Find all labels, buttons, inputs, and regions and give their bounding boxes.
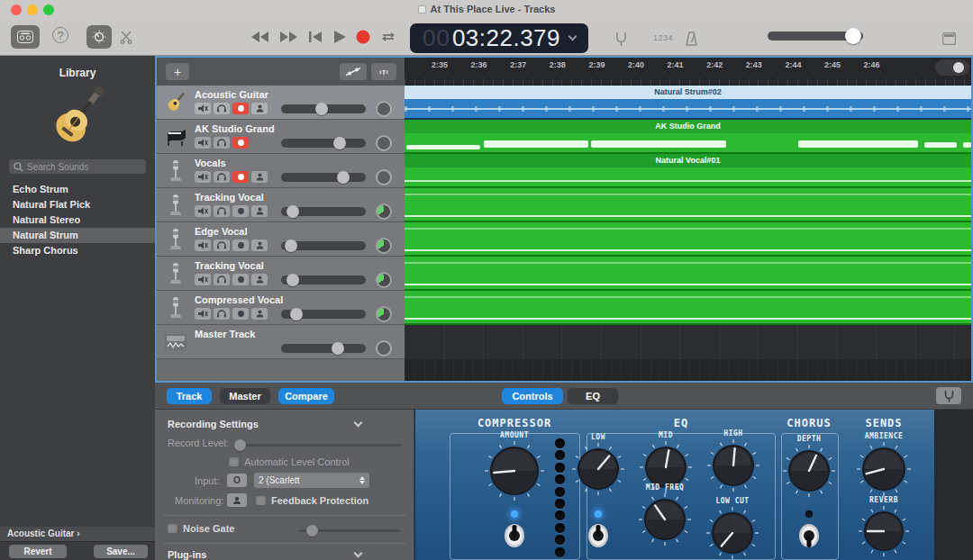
revert-button[interactable]: Revert [9,545,67,558]
headphones-icon-button[interactable] [214,137,230,149]
save-button[interactable]: Save... [94,545,148,558]
library-item-natural-flat-pick[interactable]: Natural Flat Pick [0,197,155,212]
library-toggle-button[interactable] [11,25,40,49]
timeline-zoom-slider[interactable] [935,59,969,76]
track-volume-thumb[interactable] [285,239,297,252]
tab-compare[interactable]: Compare [278,388,334,404]
master-volume-slider[interactable] [768,32,863,41]
tab-master[interactable]: Master [220,388,270,404]
track-volume-thumb[interactable] [332,342,344,355]
rewind-button[interactable] [245,25,276,49]
track-volume-slider[interactable] [281,344,366,353]
lcd-mode-chevron-icon[interactable] [568,32,577,41]
power-toggle-switch[interactable] [798,523,820,557]
mute-button[interactable] [195,171,211,183]
tuning-fork-button[interactable] [936,387,961,404]
record-enable-button[interactable] [232,274,249,285]
track-header-edge-vocal[interactable]: Edge Vocal [157,222,405,257]
track-volume-thumb[interactable] [290,308,303,321]
tab-eq[interactable]: EQ [568,388,618,404]
noise-gate-checkbox[interactable] [168,523,177,533]
record-enable-button[interactable] [232,205,249,217]
mute-button[interactable] [195,205,211,217]
pan-knob[interactable] [376,272,392,288]
track-header-vocals[interactable]: Vocals [157,154,405,188]
count-in-button[interactable]: 1234 [653,33,673,42]
pan-knob[interactable] [376,238,392,254]
tuner-button[interactable] [605,27,636,50]
region-row[interactable] [405,291,971,325]
pan-knob[interactable] [376,306,392,322]
track-volume-slider[interactable] [281,104,366,113]
headphones-icon-button[interactable] [214,171,230,183]
mute-button[interactable] [195,137,211,149]
headphones-icon-button[interactable] [214,274,230,285]
input-monitor-button[interactable] [251,171,268,183]
knob-depth[interactable] [782,444,836,501]
automation-button[interactable] [340,63,367,80]
record-enable-button[interactable] [232,171,249,183]
notepad-panel-button[interactable] [933,27,964,50]
search-sounds-field[interactable]: Search Sounds [9,159,146,174]
track-header-master-track[interactable]: Master Track [157,325,405,359]
track-header-acoustic-guitar[interactable]: Acoustic Guitar [157,86,405,120]
record-enable-button[interactable] [232,103,249,114]
catch-playhead-button[interactable]: ›ᴛ‹ [371,63,396,80]
record-enable-button[interactable] [232,239,249,251]
auto-level-checkbox[interactable] [229,456,239,466]
track-volume-thumb[interactable] [315,103,328,115]
record-enable-button[interactable] [232,308,249,320]
tab-controls[interactable]: Controls [502,388,563,404]
input-format-button[interactable]: O [227,474,247,487]
input-monitor-button[interactable] [251,103,268,114]
record-enable-button[interactable] [232,137,249,149]
editors-scissors-button[interactable] [117,27,135,47]
headphones-icon-button[interactable] [214,239,230,251]
mute-button[interactable] [195,274,211,285]
region-row[interactable] [405,325,971,359]
input-monitor-button[interactable] [251,205,268,217]
track-header-tracking-vocal[interactable]: Tracking Vocal [157,257,405,291]
track-header-tracking-vocal[interactable]: Tracking Vocal [157,188,405,222]
knob-high[interactable] [706,438,760,496]
timeline-empty-area[interactable] [405,359,971,381]
mute-button[interactable] [195,239,211,251]
knob-amount[interactable] [484,440,545,505]
add-track-button[interactable]: + [166,63,189,80]
time-ruler[interactable]: 2:352:362:372:382:392:402:412:422:432:44… [405,58,971,86]
knob-mid-freq[interactable] [638,492,692,550]
input-source-select[interactable]: 2 (Scarlett [254,473,369,488]
track-volume-slider[interactable] [281,207,366,216]
input-monitor-button[interactable] [251,308,268,320]
recording-settings-header[interactable]: Recording Settings [168,419,259,429]
track-volume-slider[interactable] [281,139,366,148]
region-row[interactable] [405,222,971,257]
metronome-button[interactable] [676,27,706,50]
feedback-protection-checkbox[interactable] [256,495,266,505]
mute-button[interactable] [195,308,211,320]
knob-low-cut[interactable] [705,506,759,560]
timeline-zoom-thumb[interactable] [953,62,964,73]
headphones-icon-button[interactable] [214,308,230,320]
mute-button[interactable] [195,103,211,114]
monitoring-button[interactable] [227,493,247,507]
record-level-thumb[interactable] [234,439,246,451]
plugins-header[interactable]: Plug-ins [168,549,206,560]
lcd-time-display[interactable]: 00 03:22.379 [410,23,588,53]
library-item-echo-strum[interactable]: Echo Strum [0,182,155,197]
quick-help-button[interactable]: ? [52,27,68,43]
track-volume-slider[interactable] [281,310,366,319]
patch-breadcrumb[interactable]: Acoustic Guitar › [0,527,155,541]
pan-knob[interactable] [376,203,392,220]
plugins-chevron-icon[interactable] [354,549,363,558]
track-volume-thumb[interactable] [333,137,346,149]
record-level-slider[interactable] [234,444,402,447]
input-monitor-button[interactable] [251,274,268,285]
library-item-sharp-chorus[interactable]: Sharp Chorus [0,243,155,258]
region-row[interactable]: Natural Strum#02 [405,86,971,120]
headphones-icon-button[interactable] [214,103,230,114]
region-row[interactable] [405,188,971,222]
region-row[interactable]: AK Studio Grand [405,120,971,154]
track-volume-slider[interactable] [281,275,366,285]
track-volume-slider[interactable] [281,241,366,250]
